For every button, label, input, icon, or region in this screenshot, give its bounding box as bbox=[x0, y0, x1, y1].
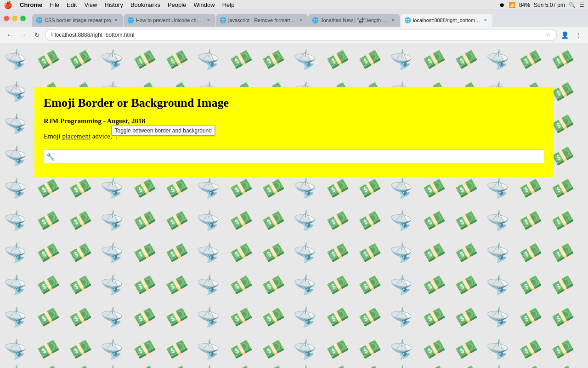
lock-icon: ℹ bbox=[51, 32, 53, 38]
menubar-bookmarks[interactable]: Bookmarks bbox=[127, 0, 164, 10]
page-text: Emoji placement advice, Toggle between b… bbox=[44, 132, 544, 140]
page-title: Emoji Border or Background Image bbox=[44, 96, 544, 110]
menubar-history[interactable]: History bbox=[101, 0, 126, 10]
menubar-window[interactable]: Window bbox=[190, 0, 218, 10]
tab-4-close[interactable]: ✕ bbox=[390, 17, 396, 23]
placement-link[interactable]: placement bbox=[62, 132, 90, 140]
window-controls bbox=[4, 16, 26, 21]
more-options-icon[interactable]: ⋮ bbox=[572, 29, 584, 41]
tab-3-title: javascript - Remove formattin... bbox=[228, 17, 296, 23]
menubar-edit[interactable]: Edit bbox=[63, 0, 80, 10]
tab-5-close[interactable]: ✕ bbox=[482, 17, 489, 23]
battery-text: 84% bbox=[519, 2, 530, 8]
tab-5-active[interactable]: 🌐 localhost:8888/right_bottom.h... ✕ bbox=[401, 14, 492, 27]
list-icon[interactable]: ☰ bbox=[579, 2, 584, 8]
text-after-link: advice, bbox=[90, 132, 112, 140]
tab-1-title: CSS border-image-repeat pro bbox=[45, 17, 111, 23]
tab-bar: 🌐 CSS border-image-repeat pro ✕ 🌐 How to… bbox=[0, 10, 588, 27]
chrome-window: 🌐 CSS border-image-repeat pro ✕ 🌐 How to… bbox=[0, 10, 588, 368]
tab-5-title: localhost:8888/right_bottom.h... bbox=[413, 17, 481, 23]
emoji-input-content: 🔧 bbox=[46, 152, 55, 161]
tab-1[interactable]: 🌐 CSS border-image-repeat pro ✕ bbox=[32, 14, 123, 27]
page-subtitle: RJM Programming - August, 2018 bbox=[44, 117, 544, 125]
address-bar: ← → ↻ ℹ localhost:8888/right_bottom.html… bbox=[0, 27, 588, 43]
tab-4[interactable]: 🌐 Jonathan New | "🏕".length =... ✕ bbox=[308, 14, 400, 27]
tab-5-favicon: 🌐 bbox=[404, 17, 411, 23]
menubar-people[interactable]: People bbox=[164, 0, 190, 10]
tab-4-title: Jonathan New | "🏕".length =... bbox=[321, 17, 388, 23]
menubar-view[interactable]: View bbox=[80, 0, 101, 10]
refresh-button[interactable]: ↻ bbox=[31, 29, 43, 41]
tab-1-favicon: 🌐 bbox=[36, 17, 42, 23]
emoji-input-box[interactable]: 🔧 bbox=[44, 150, 544, 163]
url-text[interactable]: localhost:8888/right_bottom.html bbox=[55, 32, 543, 38]
page-content: // Generate emoji pattern cells inline c… bbox=[0, 43, 588, 368]
tab-4-favicon: 🌐 bbox=[312, 17, 318, 23]
url-bar[interactable]: ℹ localhost:8888/right_bottom.html ☆ bbox=[45, 29, 557, 41]
search-icon[interactable]: 🔍 bbox=[569, 2, 576, 8]
menubar-file[interactable]: File bbox=[46, 0, 63, 10]
emoji-cell: 💵 bbox=[541, 327, 585, 368]
tab-1-close[interactable]: ✕ bbox=[113, 17, 119, 23]
menubar-right: ⏺ 📶 84% Sun 5:07 pm 🔍 ☰ bbox=[499, 2, 584, 8]
menubar-chrome[interactable]: Chrome bbox=[16, 0, 46, 10]
tab-3-favicon: 🌐 bbox=[220, 17, 226, 23]
forward-button[interactable]: → bbox=[17, 29, 29, 41]
main-content-box: Emoji Border or Background Image RJM Pro… bbox=[34, 87, 554, 177]
bookmark-star-icon[interactable]: ☆ bbox=[546, 32, 551, 38]
menubar-help[interactable]: Help bbox=[219, 0, 238, 10]
tab-2-close[interactable]: ✕ bbox=[205, 17, 212, 23]
apple-menu[interactable]: 🍎 bbox=[4, 1, 12, 9]
record-icon: ⏺ bbox=[499, 2, 505, 8]
tab-3-close[interactable]: ✕ bbox=[298, 17, 304, 23]
tooltip-box: Toggle between border and background bbox=[111, 126, 215, 136]
tab-2[interactable]: 🌐 How to prevent Unicode chara... ✕ bbox=[124, 14, 215, 27]
close-button[interactable] bbox=[4, 16, 9, 21]
menubar: 🍎 Chrome File Edit View History Bookmark… bbox=[0, 0, 588, 10]
user-icon[interactable]: 👤 bbox=[559, 29, 571, 41]
tab-2-favicon: 🌐 bbox=[127, 17, 134, 23]
tab-2-title: How to prevent Unicode chara... bbox=[136, 17, 204, 23]
address-bar-right: 👤 ⋮ bbox=[559, 29, 584, 41]
wifi-icon: 📶 bbox=[509, 2, 515, 8]
minimize-button[interactable] bbox=[12, 16, 17, 21]
clock: Sun 5:07 pm bbox=[534, 2, 565, 8]
tab-3[interactable]: 🌐 javascript - Remove formattin... ✕ bbox=[216, 14, 308, 27]
back-button[interactable]: ← bbox=[4, 29, 16, 41]
text-before-link: Emoji bbox=[44, 132, 62, 140]
maximize-button[interactable] bbox=[20, 16, 26, 21]
